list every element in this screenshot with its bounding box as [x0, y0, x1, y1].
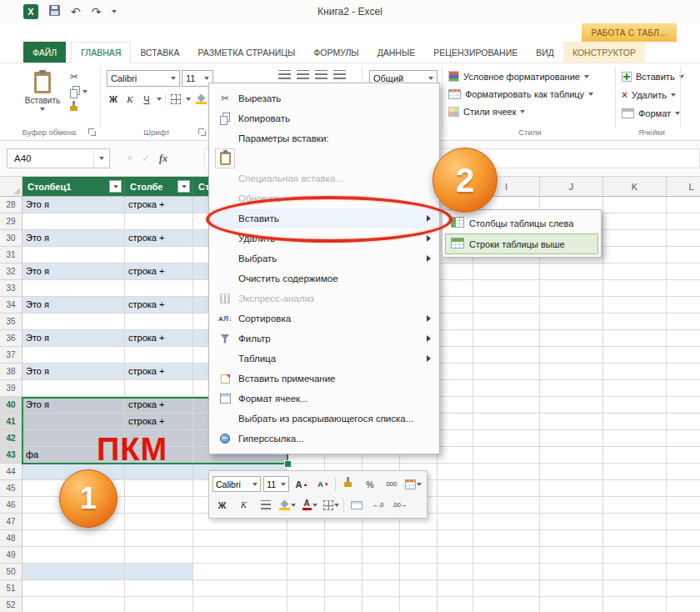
cell[interactable] — [540, 480, 603, 497]
cell[interactable] — [667, 430, 700, 447]
cell[interactable]: Это я — [22, 397, 125, 414]
cell[interactable]: Это я — [22, 197, 125, 213]
cell[interactable] — [362, 564, 400, 580]
cell[interactable] — [22, 280, 125, 297]
cell[interactable] — [125, 597, 193, 612]
tab-разметка-страницы[interactable]: РАЗМЕТКА СТРАНИЦЫ — [188, 42, 304, 63]
cell[interactable] — [473, 447, 540, 464]
cell[interactable] — [540, 380, 603, 397]
cell[interactable] — [667, 297, 700, 314]
conditional-formatting-button[interactable]: Условное форматирование — [448, 68, 593, 84]
cell[interactable] — [603, 230, 667, 247]
context-menu-item[interactable]: Таблица — [209, 349, 439, 369]
cell[interactable] — [667, 347, 700, 364]
cell[interactable] — [473, 464, 540, 480]
table-column-header[interactable]: Столбе — [125, 177, 193, 197]
row-header[interactable]: 49 — [0, 547, 22, 564]
cell[interactable] — [603, 547, 667, 564]
cell[interactable] — [603, 514, 667, 530]
cell[interactable] — [473, 597, 540, 612]
row-header[interactable]: 46 — [0, 497, 22, 514]
cell[interactable] — [667, 464, 700, 480]
cell[interactable] — [540, 314, 603, 330]
cell[interactable] — [288, 597, 325, 612]
cell[interactable] — [438, 314, 473, 330]
cell[interactable] — [667, 380, 700, 397]
cell[interactable] — [22, 564, 125, 580]
row-header[interactable]: 36 — [0, 330, 22, 347]
cell[interactable] — [603, 364, 667, 380]
cell[interactable] — [125, 247, 193, 263]
cell[interactable] — [667, 530, 700, 547]
cell[interactable] — [540, 430, 603, 447]
cell[interactable] — [193, 597, 288, 612]
cell[interactable] — [22, 414, 125, 430]
cell[interactable] — [193, 564, 288, 580]
cell[interactable] — [125, 497, 193, 514]
paste-options-row[interactable] — [209, 148, 439, 168]
cell[interactable] — [22, 314, 125, 330]
cell[interactable] — [473, 414, 540, 430]
cell[interactable] — [438, 497, 473, 514]
cell[interactable] — [438, 297, 473, 314]
cell[interactable] — [473, 397, 540, 414]
cell[interactable] — [22, 247, 125, 263]
cell[interactable]: Это я — [22, 330, 125, 347]
cell[interactable] — [540, 330, 603, 347]
context-menu-item[interactable]: Очистить содержимое — [209, 268, 439, 288]
decrease-decimal-button[interactable]: .00→ — [390, 496, 409, 514]
cell[interactable] — [540, 397, 603, 414]
row-header[interactable]: 42 — [0, 430, 22, 447]
row-header[interactable]: 43 — [0, 447, 22, 464]
cell[interactable] — [438, 514, 473, 530]
cell[interactable] — [473, 480, 540, 497]
row-header[interactable]: 38 — [0, 364, 22, 380]
tab-формулы[interactable]: ФОРМУЛЫ — [304, 42, 368, 63]
borders-button[interactable] — [169, 92, 182, 106]
format-as-table-button[interactable]: Форматировать как таблицу — [448, 86, 593, 102]
cell[interactable] — [125, 213, 193, 230]
cell[interactable] — [667, 330, 700, 347]
cell[interactable] — [540, 497, 603, 514]
cell[interactable] — [667, 597, 700, 612]
submenu-item[interactable]: Строки таблицы выше — [445, 233, 598, 254]
cell[interactable] — [125, 564, 193, 580]
cell[interactable]: строка + — [125, 397, 193, 414]
context-menu-item[interactable]: Выбрать из раскрывающегося списка... — [209, 409, 439, 429]
context-menu-item[interactable]: Удалить — [209, 228, 439, 248]
row-header[interactable]: 33 — [0, 280, 22, 297]
cell[interactable] — [540, 263, 603, 280]
row-header[interactable]: 52 — [0, 597, 22, 612]
cell[interactable] — [603, 597, 667, 612]
row-header[interactable]: 29 — [0, 213, 22, 230]
context-menu-item[interactable]: Вставить — [209, 208, 439, 228]
cell[interactable] — [603, 197, 667, 213]
cell[interactable] — [438, 580, 473, 597]
cell[interactable] — [603, 213, 667, 230]
mini-font-size-combo[interactable]: 11 — [263, 476, 289, 492]
cell[interactable] — [473, 380, 540, 397]
align-bottom-icon[interactable] — [315, 70, 328, 79]
cell[interactable] — [667, 230, 700, 247]
cell[interactable] — [125, 380, 193, 397]
cell[interactable] — [288, 564, 325, 580]
cell[interactable] — [288, 547, 325, 564]
cell[interactable] — [125, 514, 193, 530]
fill-color-button[interactable] — [194, 92, 208, 106]
cell[interactable] — [603, 447, 667, 464]
cell[interactable] — [400, 597, 438, 612]
row-header[interactable]: 35 — [0, 314, 22, 330]
name-box[interactable]: A40 — [7, 148, 110, 168]
cell[interactable] — [667, 514, 700, 530]
cell[interactable] — [667, 580, 700, 597]
cell[interactable] — [540, 597, 603, 612]
cell[interactable] — [438, 430, 473, 447]
font-dialog-launcher[interactable] — [198, 128, 207, 137]
row-header[interactable]: 32 — [0, 263, 22, 280]
align-top-icon[interactable] — [278, 70, 291, 79]
filter-button[interactable] — [109, 180, 122, 193]
cell[interactable] — [667, 397, 700, 414]
cell[interactable] — [438, 447, 473, 464]
cell[interactable] — [125, 280, 193, 297]
row-header[interactable]: 39 — [0, 380, 22, 397]
